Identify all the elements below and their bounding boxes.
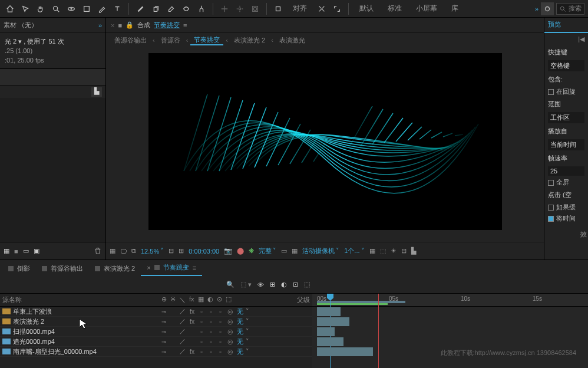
parent-pick-icon[interactable]: ◎ xyxy=(227,348,233,356)
display-icon[interactable]: 🖵 xyxy=(120,248,127,255)
color-icon[interactable]: ❋ xyxy=(249,247,254,255)
bpc-icon[interactable]: ■ xyxy=(14,248,18,255)
range-value[interactable]: 工作区 xyxy=(548,112,584,123)
selection-tool-icon[interactable] xyxy=(19,2,32,15)
time-ruler[interactable]: 00s 05s 10s 15s xyxy=(312,294,588,307)
mask-toggle-icon[interactable]: ⧉ xyxy=(131,247,136,255)
col-parent[interactable]: 父级 xyxy=(297,295,310,304)
layer-switches[interactable]: ⊸／fx▫▫▫ xyxy=(160,317,224,326)
crumb-3[interactable]: 表演激光 2 xyxy=(230,36,269,45)
comp-menu-icon[interactable]: ≡ xyxy=(183,22,187,29)
roto-tool-icon[interactable] xyxy=(180,2,193,15)
layer-bar-0[interactable] xyxy=(317,307,341,316)
parent-pick-icon[interactable]: ◎ xyxy=(227,328,233,336)
res-half-icon[interactable]: ⊟ xyxy=(169,247,174,255)
panel-menu-icon[interactable]: » xyxy=(98,22,102,29)
resolution-dropdown[interactable]: 完整 ˅ xyxy=(259,247,276,255)
zoom-dropdown[interactable]: 12.5% ˅ xyxy=(141,247,164,255)
parent-pick-icon[interactable]: ◎ xyxy=(227,308,233,316)
layer-color-icon[interactable] xyxy=(2,339,11,344)
channels-icon[interactable]: ⬤ xyxy=(237,247,244,255)
layer-parent[interactable]: 无 xyxy=(237,317,243,326)
fast-draft-icon[interactable]: ▦ xyxy=(369,247,375,255)
col-source[interactable]: 源名称 xyxy=(2,295,161,304)
crumb-2[interactable]: 节奏跳变 xyxy=(190,35,223,45)
layer-switches[interactable]: ⊸／fx▫▫▫ xyxy=(160,347,224,356)
parent-pick-icon[interactable]: ◎ xyxy=(227,338,233,346)
tl-tab-2[interactable]: 表演激光 2 xyxy=(89,261,141,276)
chk-fullscreen[interactable]: 全屏 xyxy=(544,177,588,188)
views-dropdown[interactable]: 1个... ˅ xyxy=(344,247,364,255)
flowchart-view-icon[interactable]: ▙ xyxy=(411,247,416,255)
flowchart-icon[interactable]: ▙ xyxy=(91,87,102,97)
hand-tool-icon[interactable] xyxy=(34,2,47,15)
tl-shy-icon[interactable]: 👁 xyxy=(257,281,264,288)
parent-pick-icon[interactable]: ◎ xyxy=(227,318,233,326)
layer-switches[interactable]: ⊸／fx▫▫▫ xyxy=(160,307,224,316)
tl-graph-icon[interactable]: ⊡ xyxy=(293,281,298,288)
tl-tab-0[interactable]: 倒影 xyxy=(2,261,36,276)
tl-motion-blur-icon[interactable]: ◐ xyxy=(281,281,287,288)
time-display[interactable]: 0:00:03:00 xyxy=(189,248,219,255)
expand-icon[interactable] xyxy=(331,2,343,15)
orbit-tool-icon[interactable] xyxy=(65,2,78,15)
help-search[interactable]: 搜索 xyxy=(556,3,584,15)
layer-switches[interactable]: ⊸／▫▫▫ xyxy=(160,337,224,346)
layer-parent[interactable]: 无 xyxy=(237,327,243,336)
timeline-tracks[interactable]: 00s 05s 10s 15s 此教程下载:http://www.cyzmsj.… xyxy=(312,294,588,368)
effects-tab[interactable]: 效 xyxy=(580,230,587,239)
layer-color-icon[interactable] xyxy=(2,349,11,354)
timeline-icon[interactable]: ⊟ xyxy=(401,247,407,255)
preview-first-frame-icon[interactable]: |◀ xyxy=(544,33,588,45)
lock-icon[interactable]: 🔒 xyxy=(125,21,134,29)
workspace-library[interactable]: 库 xyxy=(445,4,464,14)
layer-color-icon[interactable] xyxy=(2,308,11,314)
bin-type-icon[interactable]: ▦ xyxy=(4,247,9,255)
layer-row-0[interactable]: 单束上下波浪 ⊸／fx▫▫▫ ◎ 无 ˅ xyxy=(0,307,312,317)
search-tool-icon[interactable] xyxy=(315,2,328,15)
workspace-more[interactable]: » xyxy=(535,5,539,12)
trash-icon[interactable] xyxy=(94,247,102,256)
tl-tab-1[interactable]: 善源谷输出 xyxy=(36,261,89,276)
shortcut-value[interactable]: 空格键 xyxy=(548,60,584,71)
layer-bar-1[interactable] xyxy=(317,317,349,326)
rect-tool-icon[interactable] xyxy=(80,2,93,15)
new-comp-icon[interactable]: ▣ xyxy=(34,247,39,255)
layer-parent[interactable]: 无 xyxy=(237,307,243,316)
layer-bar-3[interactable] xyxy=(317,337,343,346)
layer-name[interactable]: 南岸嘴-扇型扫光_00000.mp4 xyxy=(13,347,160,356)
marker-red[interactable] xyxy=(378,294,379,368)
tl-search-icon[interactable]: 🔍 xyxy=(226,281,234,288)
chk-time[interactable]: 将时间 xyxy=(544,213,588,224)
layer-color-icon[interactable] xyxy=(2,328,11,334)
layer-name[interactable]: 追光0000.mp4 xyxy=(13,337,160,346)
snap-label[interactable]: 对齐 xyxy=(287,4,313,14)
comp-viewer[interactable] xyxy=(106,47,544,242)
anchor-icon[interactable] xyxy=(233,2,246,15)
project-panel-header[interactable]: 素材 （无） » xyxy=(0,18,105,33)
layer-name[interactable]: 表演激光 2 xyxy=(13,317,160,326)
comp-name[interactable]: 节奏跳变 xyxy=(154,21,180,29)
comp-tab-close-icon[interactable]: × xyxy=(111,22,114,29)
eraser-tool-icon[interactable] xyxy=(164,2,177,15)
crumb-0[interactable]: 善源谷输出 xyxy=(111,36,150,45)
sync-icon[interactable] xyxy=(541,2,554,15)
layer-row-4[interactable]: 南岸嘴-扇型扫光_00000.mp4 ⊸／fx▫▫▫ ◎ 无 ˅ xyxy=(0,347,312,357)
alpha-icon[interactable]: ▦ xyxy=(110,247,115,255)
text-tool-icon[interactable] xyxy=(111,2,124,15)
layer-switches[interactable]: ⊸／▫▫▫ xyxy=(160,327,224,336)
preview-title[interactable]: 预览 xyxy=(544,18,588,33)
layer-name[interactable]: 单束上下波浪 xyxy=(13,307,160,316)
axis-icon[interactable] xyxy=(218,2,231,15)
layer-bar-4[interactable] xyxy=(317,347,373,356)
puppet-tool-icon[interactable] xyxy=(195,2,208,15)
viewport[interactable] xyxy=(148,53,502,230)
tl-comp-icon[interactable]: ⬚ ▾ xyxy=(240,281,252,288)
mask-icon[interactable] xyxy=(249,2,262,15)
zoom-tool-icon[interactable] xyxy=(49,2,62,15)
tl-3d-icon[interactable]: ⬚ xyxy=(304,281,310,288)
tl-frame-blend-icon[interactable]: ⊞ xyxy=(270,281,275,288)
fps-value[interactable]: 25 xyxy=(548,166,584,176)
pen-tool-icon[interactable] xyxy=(95,2,108,15)
clone-tool-icon[interactable] xyxy=(149,2,162,15)
